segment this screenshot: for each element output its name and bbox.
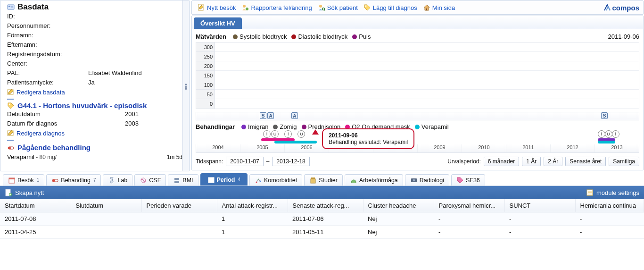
tab-besök[interactable]: Besök1 xyxy=(3,174,44,186)
svg-rect-31 xyxy=(311,179,315,183)
debut-label: Debutdatum xyxy=(7,110,125,119)
range-all-button[interactable]: Samtliga xyxy=(609,157,639,166)
tab-lab[interactable]: Lab xyxy=(103,174,132,186)
marker-icon: i xyxy=(612,130,619,138)
pal-value: Elisabet Waldenlind xyxy=(88,68,142,78)
pnr-label: Personnummer: xyxy=(7,21,88,31)
svg-point-5 xyxy=(9,103,10,105)
id-label: ID: xyxy=(7,12,88,21)
range-2y-button[interactable]: 2 År xyxy=(544,157,562,166)
svg-rect-24 xyxy=(174,182,179,183)
tab-icon xyxy=(456,177,464,184)
my-page-button[interactable]: Min sida xyxy=(421,3,457,12)
tag-icon xyxy=(363,4,371,11)
col-header[interactable]: Antal attack-registr... xyxy=(217,199,288,212)
svg-point-11 xyxy=(246,8,248,10)
table-row[interactable]: 2011-07-0812011-07-06Nej--- xyxy=(0,212,644,226)
col-header[interactable]: Cluster headache xyxy=(363,199,434,212)
range-1y-button[interactable]: 1 År xyxy=(522,157,541,166)
end-marker-icon xyxy=(312,129,319,135)
drug-name: Verapamil xyxy=(7,153,34,160)
person-search-icon xyxy=(318,4,325,11)
range-last-button[interactable]: Senaste året xyxy=(565,157,606,166)
event-badge[interactable]: A xyxy=(291,112,298,119)
basdata-header: Basdata xyxy=(7,2,182,12)
col-header[interactable]: Startdatum xyxy=(0,199,71,212)
tab-arbetsförmåga[interactable]: Arbetsförmåga xyxy=(345,174,403,186)
ref-date: 2011-09-06 xyxy=(608,33,640,40)
timespan-from-input[interactable]: 2010-11-07 xyxy=(226,157,263,166)
event-badge[interactable]: A xyxy=(267,112,274,119)
tab-icon xyxy=(140,177,147,184)
tab-icon xyxy=(108,177,116,184)
treat-timeline: i U i U 2011-09-06 Behandling avslutad: … xyxy=(196,130,639,144)
marker-icon: U xyxy=(271,130,279,138)
table-row[interactable]: 2011-04-2512011-05-11Nej--- xyxy=(0,226,644,239)
brand-icon xyxy=(603,4,611,11)
fornamn-label: Förnamn: xyxy=(7,31,88,40)
col-header[interactable]: Senaste attack-reg... xyxy=(288,199,363,212)
edit-basdata-link[interactable]: Redigera basdata xyxy=(7,88,182,96)
search-patient-button[interactable]: Sök patient xyxy=(316,3,360,12)
measurements-legend: Mätvärden Systolic blodtryck Diastolic b… xyxy=(196,33,639,40)
tab-sf36[interactable]: SF36 xyxy=(451,174,485,186)
timespan-to-input[interactable]: 2013-12-18 xyxy=(272,157,309,166)
tab-radiologi[interactable]: Radiologi xyxy=(405,174,449,186)
event-strip: S A A S xyxy=(196,112,639,120)
add-diagnosis-button[interactable]: Lägg till diagnos xyxy=(362,3,419,12)
settings-icon xyxy=(586,189,594,196)
tab-icon xyxy=(410,177,418,184)
year-axis: 2004200520062007200820092010201120122013 xyxy=(196,144,639,153)
tab-csf[interactable]: CSF xyxy=(134,174,166,186)
col-header[interactable]: SUNCT xyxy=(504,199,575,212)
consent-label: Patientsamtycke: xyxy=(7,78,88,87)
col-header[interactable]: Perioden varade xyxy=(141,199,217,212)
create-new-button[interactable]: Skapa nytt xyxy=(5,189,44,196)
svg-point-12 xyxy=(319,5,322,8)
range-6m-button[interactable]: 6 månader xyxy=(484,157,519,166)
svg-rect-1 xyxy=(8,6,10,7)
svg-rect-18 xyxy=(9,178,15,179)
svg-rect-20 xyxy=(52,179,55,182)
home-icon xyxy=(423,4,430,11)
col-header[interactable]: Paroxysmal hemicr... xyxy=(434,199,504,212)
svg-rect-26 xyxy=(208,177,214,179)
report-error-button[interactable]: Rapportera fel/ändring xyxy=(239,3,314,12)
diagdate-label: Datum för diagnos xyxy=(7,119,125,128)
tab-bmi[interactable]: BMI xyxy=(168,174,198,186)
tab-icon xyxy=(207,176,215,184)
resize-handle[interactable]: ● ● ● xyxy=(182,0,189,171)
debut-value: 2001 xyxy=(125,110,139,119)
tab-komorbiditet[interactable]: Komorbiditet xyxy=(249,174,302,186)
marker-icon: U xyxy=(297,130,305,138)
tab-period[interactable]: Period4 xyxy=(200,173,248,186)
efternamn-label: Efternamn: xyxy=(7,40,88,50)
regdat-label: Registreringsdatum: xyxy=(7,50,88,59)
period-table: StartdatumSlutdatumPerioden varadeAntal … xyxy=(0,199,644,239)
col-header[interactable]: Slutdatum xyxy=(71,199,141,212)
new-doc-icon xyxy=(5,189,12,196)
person-question-icon xyxy=(241,4,249,11)
tab-behandling[interactable]: Behandling7 xyxy=(46,174,101,186)
urval-label: Urvalsperiod: xyxy=(447,158,481,165)
pill-icon xyxy=(7,144,15,152)
event-badge[interactable]: S xyxy=(601,112,608,119)
overview-panel: Översikt HV Mätvärden Systolic blodtryck… xyxy=(191,16,644,170)
tab-icon xyxy=(350,177,357,184)
svg-rect-22 xyxy=(174,178,179,180)
svg-point-15 xyxy=(365,6,366,7)
new-visit-button[interactable]: Nytt besök xyxy=(196,3,238,12)
drug-dose: - 80 mg/ xyxy=(34,154,57,160)
measurements-chart: 300 250 200 150 100 50 0 xyxy=(196,42,639,109)
edit-diag-link[interactable]: Redigera diagnos xyxy=(7,129,182,137)
tidsspann-label: Tidsspann: xyxy=(196,158,223,165)
pencil-icon xyxy=(7,88,15,96)
ongoing-title: Pågående behandling xyxy=(7,143,182,152)
tab-overview[interactable]: Översikt HV xyxy=(194,17,242,29)
event-badge[interactable]: S xyxy=(260,112,266,119)
module-settings-button[interactable]: module settings xyxy=(586,189,639,196)
col-header[interactable]: Hemicrania continua xyxy=(575,199,644,212)
tab-studier[interactable]: Studier xyxy=(304,174,343,186)
svg-rect-8 xyxy=(8,147,11,149)
pal-label: PAL: xyxy=(7,68,88,78)
